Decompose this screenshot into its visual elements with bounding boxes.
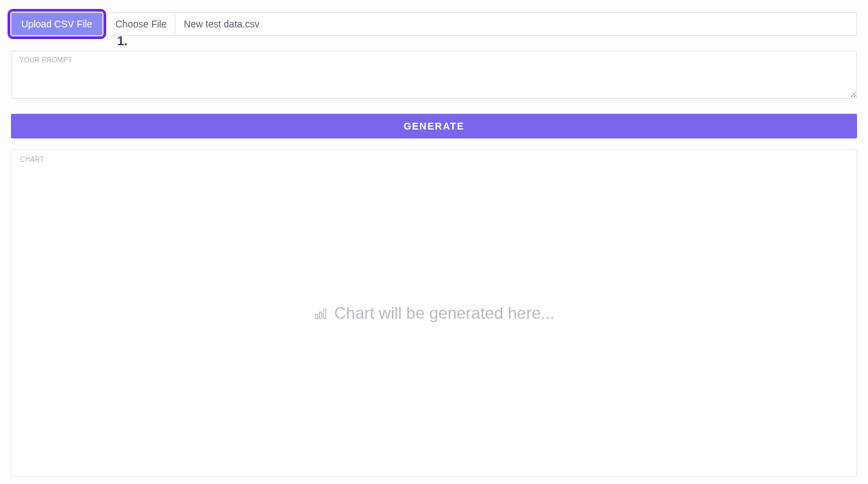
svg-rect-1 xyxy=(319,312,321,318)
prompt-container: YOUR PROMPT xyxy=(11,51,857,101)
chart-output-container: CHART Chart will be generated here... xyxy=(11,149,857,477)
svg-rect-2 xyxy=(323,309,325,318)
chart-placeholder: Chart will be generated here... xyxy=(314,304,555,323)
chart-placeholder-text: Chart will be generated here... xyxy=(334,304,555,323)
selected-file-name: New test data.csv xyxy=(175,12,857,36)
chart-label: CHART xyxy=(20,156,45,163)
generate-button[interactable]: GENERATE xyxy=(11,114,857,138)
choose-file-button[interactable]: Choose File xyxy=(107,12,176,36)
bar-chart-icon xyxy=(314,306,327,320)
step-annotation: 1. xyxy=(117,34,127,49)
svg-rect-0 xyxy=(315,315,317,319)
upload-csv-button[interactable]: Upload CSV File xyxy=(11,12,103,36)
file-upload-row: Upload CSV File Choose File New test dat… xyxy=(11,12,857,36)
prompt-textarea[interactable] xyxy=(11,51,857,99)
